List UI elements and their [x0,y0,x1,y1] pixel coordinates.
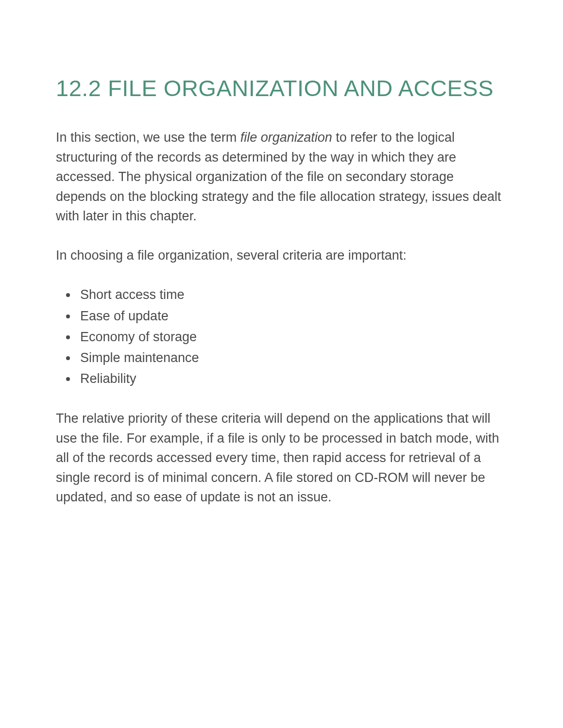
paragraph-intro-pre: In this section, we use the term [56,130,240,145]
list-item: Reliability [77,368,507,389]
section-heading: 12.2 FILE ORGANIZATION AND ACCESS [56,73,507,103]
paragraph-intro: In this section, we use the term file or… [56,128,507,226]
paragraph-priority: The relative priority of these criteria … [56,409,507,507]
list-item: Short access time [77,284,507,305]
list-item: Economy of storage [77,327,507,347]
criteria-list: Short access time Ease of update Economy… [77,284,507,389]
list-item: Simple maintenance [77,347,507,368]
italic-term: file organization [240,130,332,145]
list-item: Ease of update [77,306,507,327]
paragraph-criteria-intro: In choosing a file organization, several… [56,246,507,265]
